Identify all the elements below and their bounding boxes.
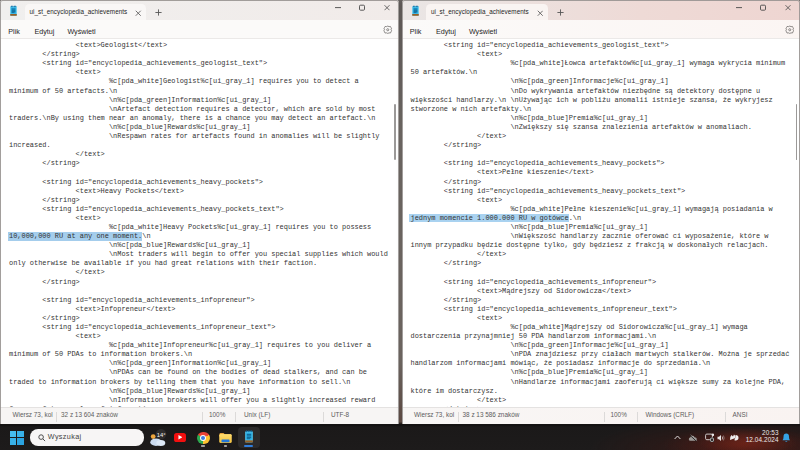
- svg-text:14°: 14°: [157, 431, 166, 437]
